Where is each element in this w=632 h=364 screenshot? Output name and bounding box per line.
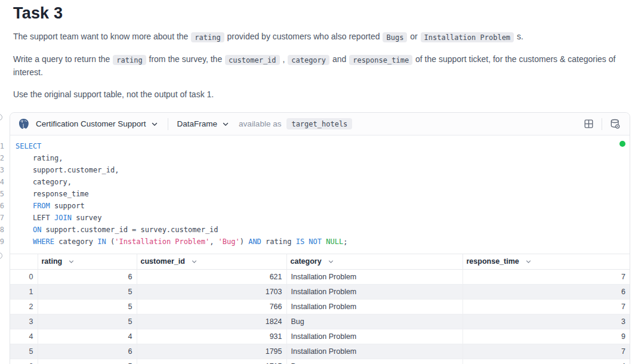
- task-paragraph: The support team want to know more about…: [13, 30, 616, 44]
- sql-token: 'Installation Problem': [115, 237, 209, 246]
- line-number: 6: [0, 200, 4, 212]
- column-label: customer_id: [141, 257, 185, 266]
- table-row: 151703Installation Problem6: [10, 284, 630, 299]
- table-grid-icon-button[interactable]: [582, 117, 596, 131]
- cell-category: Bug: [286, 359, 463, 364]
- postgres-icon: [17, 118, 30, 130]
- chevron-down-icon: [327, 258, 335, 266]
- sql-token: support.customer_id = survey.customer_id: [41, 226, 218, 234]
- inline-code-chip: Installation Problem: [421, 32, 514, 42]
- sql-token: survey: [72, 214, 102, 222]
- output-type-selector[interactable]: DataFrame: [177, 119, 230, 128]
- row-index: 0: [10, 269, 38, 284]
- source-selector[interactable]: Certification Customer Support: [36, 119, 159, 128]
- cell-response_time: 7: [463, 299, 630, 314]
- paragraph-text: ,: [280, 54, 288, 64]
- cell-response_time: 3: [463, 314, 630, 329]
- results-collapse-button[interactable]: [0, 252, 2, 259]
- line-number: 7: [0, 212, 4, 224]
- sql-cell: Certification Customer Support DataFrame…: [10, 112, 630, 364]
- table-row: 44931Installation Problem9: [10, 329, 630, 344]
- inline-code-chip: rating: [113, 55, 146, 65]
- paragraph-text: s.: [514, 32, 523, 41]
- output-type-label: DataFrame: [177, 119, 218, 128]
- cell-rating: 6: [38, 344, 137, 359]
- code-line: support.customer_id,: [10, 164, 630, 176]
- code-line: WHERE category IN ('Installation Problem…: [10, 236, 630, 248]
- line-number: 9: [0, 236, 4, 248]
- sql-token: SELECT: [16, 142, 41, 150]
- sql-token: (: [106, 237, 115, 246]
- code-line: response_time: [10, 188, 630, 200]
- inline-code-chip: customer_id: [225, 55, 279, 65]
- cell-response_time: 7: [463, 344, 630, 359]
- database-preview-icon: [609, 118, 621, 130]
- cell-response_time: 9: [463, 329, 630, 344]
- sql-token: response_time: [16, 190, 89, 198]
- cell-customer_id: 931: [137, 329, 286, 344]
- sql-token: rating,: [16, 154, 63, 162]
- cell-customer_id: 1824: [137, 314, 286, 329]
- table-row: 25766Installation Problem7: [10, 299, 630, 314]
- sql-token: WHERE: [33, 237, 54, 246]
- sql-token: LEFT: [16, 214, 54, 222]
- sql-token: [16, 237, 33, 246]
- code-line: SELECT: [10, 140, 630, 152]
- cell-response_time: 7: [463, 269, 630, 284]
- chevron-down-icon: [67, 258, 75, 266]
- task-paragraph: Write a query to return the rating from …: [13, 53, 616, 79]
- header-divider: [602, 118, 602, 130]
- table-row: 561795Installation Problem7: [10, 344, 630, 359]
- cell-rating: 6: [38, 269, 137, 284]
- cell-rating: 5: [38, 314, 137, 329]
- line-number-gutter: 123456789: [0, 140, 4, 248]
- cell-category: Installation Problem: [286, 344, 463, 359]
- page-title: Task 3: [13, 4, 619, 23]
- sql-token: category,: [16, 178, 72, 186]
- cell-category: Installation Problem: [286, 284, 463, 299]
- line-number: 5: [0, 188, 4, 200]
- inline-code-chip: category: [288, 55, 329, 65]
- inline-code-chip: rating: [191, 32, 224, 42]
- sql-token: support.customer_id,: [16, 166, 119, 174]
- cell-rating: 5: [38, 359, 137, 364]
- code-line: FROM support: [10, 200, 630, 212]
- table-row: 351824Bug3: [10, 314, 630, 329]
- line-number: 3: [0, 164, 4, 176]
- sql-token: IS NOT: [296, 237, 322, 246]
- table-grid-icon: [583, 118, 594, 129]
- sql-token: JOIN: [54, 214, 72, 222]
- cell-category: Bug: [286, 314, 463, 329]
- sql-token: [16, 202, 33, 210]
- line-number: 8: [0, 224, 4, 236]
- column-header-rating[interactable]: rating: [38, 254, 137, 269]
- task-intro: Task 3 The support team want to know mor…: [0, 0, 632, 101]
- available-as-chip[interactable]: target_hotels: [286, 118, 352, 129]
- sql-token: ): [240, 237, 248, 246]
- sql-code: SELECT rating, support.customer_id, cate…: [10, 140, 630, 248]
- sql-token: 'Bug': [218, 237, 240, 246]
- column-header-category[interactable]: category: [286, 254, 463, 269]
- chevron-down-icon: [190, 258, 198, 266]
- cell-response_time: 4: [463, 359, 630, 364]
- code-line: rating,: [10, 152, 630, 164]
- column-header-customer_id[interactable]: customer_id: [137, 254, 286, 269]
- cell-rating: 4: [38, 329, 137, 344]
- paragraph-text: or: [408, 32, 420, 41]
- inline-code-chip: Bugs: [383, 32, 407, 42]
- sql-editor[interactable]: 123456789 SELECT rating, support.custome…: [10, 135, 630, 254]
- cell-run-button[interactable]: [0, 114, 2, 121]
- column-header-response_time[interactable]: response_time: [463, 254, 630, 269]
- database-preview-icon-button[interactable]: [608, 117, 622, 131]
- cell-customer_id: 1715: [137, 359, 286, 364]
- chevron-down-icon: [221, 120, 230, 128]
- code-line: LEFT JOIN survey: [10, 212, 630, 224]
- paragraph-text: from the survey, the: [147, 54, 224, 64]
- column-label: category: [291, 257, 322, 266]
- line-number: 2: [0, 152, 4, 164]
- source-selector-label: Certification Customer Support: [36, 119, 146, 128]
- row-index: 5: [10, 344, 38, 359]
- cell-category: Installation Problem: [286, 269, 463, 284]
- chevron-down-icon: [525, 258, 532, 266]
- cell-customer_id: 621: [137, 269, 286, 284]
